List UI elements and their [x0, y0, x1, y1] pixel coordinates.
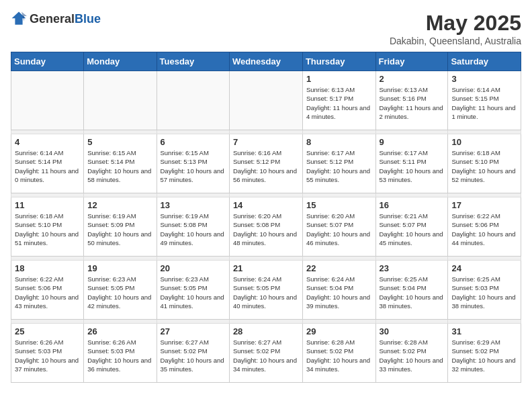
day-number: 6 [161, 137, 226, 147]
day-info: Sunrise: 6:15 AM Sunset: 5:14 PM Dayligh… [87, 148, 152, 184]
day-info: Sunrise: 6:23 AM Sunset: 5:05 PM Dayligh… [87, 275, 152, 310]
day-info: Sunrise: 6:27 AM Sunset: 5:02 PM Dayligh… [161, 338, 226, 373]
day-info: Sunrise: 6:17 AM Sunset: 5:11 PM Dayligh… [380, 148, 445, 184]
table-row: 26Sunrise: 6:26 AM Sunset: 5:03 PM Dayli… [84, 324, 157, 383]
day-number: 23 [380, 263, 445, 273]
day-info: Sunrise: 6:22 AM Sunset: 5:06 PM Dayligh… [451, 212, 517, 247]
header-saturday: Saturday [448, 52, 521, 71]
table-row: 8Sunrise: 6:17 AM Sunset: 5:12 PM Daylig… [302, 134, 375, 193]
table-row: 1Sunrise: 6:13 AM Sunset: 5:17 PM Daylig… [302, 71, 375, 130]
day-info: Sunrise: 6:28 AM Sunset: 5:02 PM Dayligh… [306, 338, 372, 373]
table-row: 13Sunrise: 6:19 AM Sunset: 5:08 PM Dayli… [157, 197, 229, 257]
table-row: 7Sunrise: 6:16 AM Sunset: 5:12 PM Daylig… [229, 134, 302, 193]
month-title: May 2025 [390, 11, 521, 36]
day-number: 22 [306, 263, 372, 273]
day-info: Sunrise: 6:26 AM Sunset: 5:03 PM Dayligh… [87, 338, 152, 373]
day-number: 30 [380, 326, 445, 336]
table-row: 28Sunrise: 6:27 AM Sunset: 5:02 PM Dayli… [229, 324, 302, 383]
day-info: Sunrise: 6:14 AM Sunset: 5:14 PM Dayligh… [15, 148, 80, 184]
day-number: 8 [306, 137, 372, 147]
day-info: Sunrise: 6:17 AM Sunset: 5:12 PM Dayligh… [306, 148, 372, 184]
day-number: 12 [87, 200, 152, 210]
table-row: 4Sunrise: 6:14 AM Sunset: 5:14 PM Daylig… [11, 134, 84, 193]
day-number: 31 [451, 326, 517, 336]
day-number: 21 [233, 263, 299, 273]
logo-blue: Blue [75, 12, 101, 26]
day-number: 19 [87, 263, 152, 273]
day-info: Sunrise: 6:25 AM Sunset: 5:03 PM Dayligh… [451, 275, 517, 310]
table-row: 18Sunrise: 6:22 AM Sunset: 5:06 PM Dayli… [11, 261, 84, 320]
day-info: Sunrise: 6:19 AM Sunset: 5:09 PM Dayligh… [87, 212, 152, 247]
day-info: Sunrise: 6:14 AM Sunset: 5:15 PM Dayligh… [451, 85, 517, 121]
table-row: 17Sunrise: 6:22 AM Sunset: 5:06 PM Dayli… [448, 197, 521, 257]
weekday-header-row: Sunday Monday Tuesday Wednesday Thursday… [11, 52, 521, 71]
day-number: 29 [306, 326, 372, 336]
day-info: Sunrise: 6:21 AM Sunset: 5:07 PM Dayligh… [380, 212, 445, 247]
header-monday: Monday [84, 52, 157, 71]
day-number: 16 [380, 200, 445, 210]
header-thursday: Thursday [302, 52, 375, 71]
table-row: 21Sunrise: 6:24 AM Sunset: 5:05 PM Dayli… [229, 261, 302, 320]
day-number: 17 [451, 200, 517, 210]
day-number: 5 [87, 137, 152, 147]
day-info: Sunrise: 6:16 AM Sunset: 5:12 PM Dayligh… [233, 148, 299, 184]
table-row: 14Sunrise: 6:20 AM Sunset: 5:08 PM Dayli… [229, 197, 302, 257]
logo-general: General [30, 12, 75, 26]
table-row: 2Sunrise: 6:13 AM Sunset: 5:16 PM Daylig… [375, 71, 448, 130]
table-row: 31Sunrise: 6:29 AM Sunset: 5:02 PM Dayli… [448, 324, 521, 383]
day-number: 10 [451, 137, 517, 147]
day-number: 28 [233, 326, 299, 336]
table-row [229, 71, 302, 130]
table-row: 22Sunrise: 6:24 AM Sunset: 5:04 PM Dayli… [302, 261, 375, 320]
table-row: 23Sunrise: 6:25 AM Sunset: 5:04 PM Dayli… [375, 261, 448, 320]
day-info: Sunrise: 6:15 AM Sunset: 5:13 PM Dayligh… [161, 148, 226, 184]
table-row [11, 71, 84, 130]
table-row: 12Sunrise: 6:19 AM Sunset: 5:09 PM Dayli… [84, 197, 157, 257]
day-number: 24 [451, 263, 517, 273]
table-row: 15Sunrise: 6:20 AM Sunset: 5:07 PM Dayli… [302, 197, 375, 257]
header-sunday: Sunday [11, 52, 84, 71]
day-info: Sunrise: 6:18 AM Sunset: 5:10 PM Dayligh… [451, 148, 517, 184]
table-row: 30Sunrise: 6:28 AM Sunset: 5:02 PM Dayli… [375, 324, 448, 383]
logo: GeneralBlue [11, 11, 101, 27]
page-header: GeneralBlue May 2025 Dakabin, Queensland… [11, 11, 521, 46]
day-info: Sunrise: 6:22 AM Sunset: 5:06 PM Dayligh… [15, 275, 80, 310]
day-info: Sunrise: 6:26 AM Sunset: 5:03 PM Dayligh… [15, 338, 80, 373]
day-number: 20 [161, 263, 226, 273]
table-row: 10Sunrise: 6:18 AM Sunset: 5:10 PM Dayli… [448, 134, 521, 193]
title-area: May 2025 Dakabin, Queensland, Australia [390, 11, 521, 46]
table-row: 20Sunrise: 6:23 AM Sunset: 5:05 PM Dayli… [157, 261, 229, 320]
logo-text: GeneralBlue [30, 12, 101, 26]
day-info: Sunrise: 6:18 AM Sunset: 5:10 PM Dayligh… [15, 212, 80, 247]
day-number: 9 [380, 137, 445, 147]
day-info: Sunrise: 6:24 AM Sunset: 5:05 PM Dayligh… [233, 275, 299, 310]
calendar-week-row: 11Sunrise: 6:18 AM Sunset: 5:10 PM Dayli… [11, 197, 521, 257]
day-number: 26 [87, 326, 152, 336]
day-number: 4 [15, 137, 80, 147]
calendar-table: Sunday Monday Tuesday Wednesday Thursday… [11, 52, 521, 383]
day-number: 3 [451, 74, 517, 84]
day-info: Sunrise: 6:29 AM Sunset: 5:02 PM Dayligh… [451, 338, 517, 373]
table-row: 27Sunrise: 6:27 AM Sunset: 5:02 PM Dayli… [157, 324, 229, 383]
table-row: 19Sunrise: 6:23 AM Sunset: 5:05 PM Dayli… [84, 261, 157, 320]
table-row: 5Sunrise: 6:15 AM Sunset: 5:14 PM Daylig… [84, 134, 157, 193]
logo-icon [11, 11, 27, 27]
day-info: Sunrise: 6:24 AM Sunset: 5:04 PM Dayligh… [306, 275, 372, 310]
table-row: 16Sunrise: 6:21 AM Sunset: 5:07 PM Dayli… [375, 197, 448, 257]
table-row: 6Sunrise: 6:15 AM Sunset: 5:13 PM Daylig… [157, 134, 229, 193]
day-number: 1 [306, 74, 372, 84]
day-number: 14 [233, 200, 299, 210]
table-row: 3Sunrise: 6:14 AM Sunset: 5:15 PM Daylig… [448, 71, 521, 130]
day-info: Sunrise: 6:20 AM Sunset: 5:07 PM Dayligh… [306, 212, 372, 247]
day-number: 2 [380, 74, 445, 84]
day-number: 27 [161, 326, 226, 336]
header-friday: Friday [375, 52, 448, 71]
table-row: 9Sunrise: 6:17 AM Sunset: 5:11 PM Daylig… [375, 134, 448, 193]
calendar-week-row: 25Sunrise: 6:26 AM Sunset: 5:03 PM Dayli… [11, 324, 521, 383]
day-number: 7 [233, 137, 299, 147]
header-wednesday: Wednesday [229, 52, 302, 71]
day-info: Sunrise: 6:13 AM Sunset: 5:17 PM Dayligh… [306, 85, 372, 121]
table-row: 25Sunrise: 6:26 AM Sunset: 5:03 PM Dayli… [11, 324, 84, 383]
day-info: Sunrise: 6:20 AM Sunset: 5:08 PM Dayligh… [233, 212, 299, 247]
day-info: Sunrise: 6:13 AM Sunset: 5:16 PM Dayligh… [380, 85, 445, 121]
